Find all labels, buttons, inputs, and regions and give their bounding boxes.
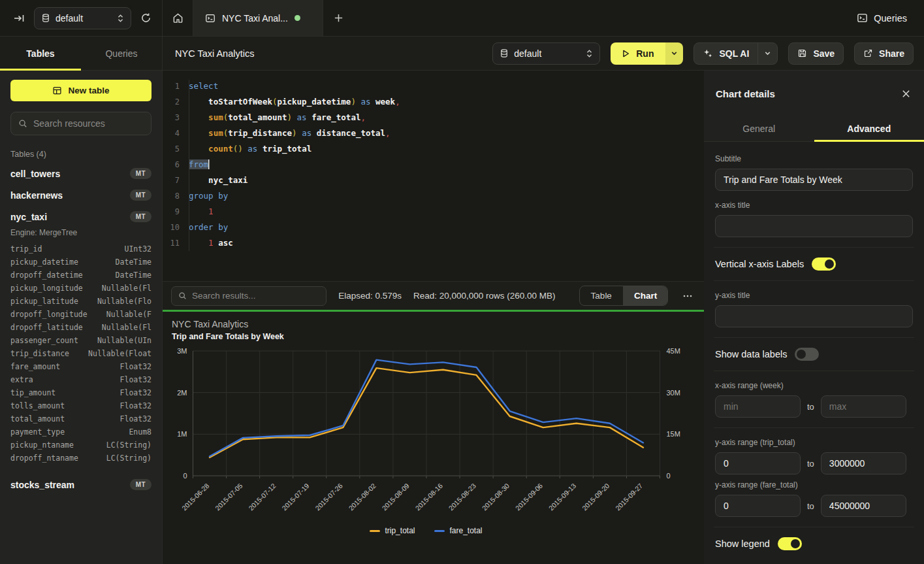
queries-button[interactable]: Queries [857, 12, 907, 24]
save-button[interactable]: Save [788, 42, 844, 65]
y-trip-max-input[interactable] [821, 452, 906, 474]
sql-ai-button[interactable]: SQL AI [693, 42, 778, 65]
view-toggle-chart[interactable]: Chart [623, 286, 668, 305]
save-label: Save [813, 48, 835, 59]
engine-badge: MT [130, 479, 151, 490]
close-icon[interactable] [901, 89, 911, 99]
run-options-caret[interactable] [665, 42, 683, 65]
sidebar-search-input[interactable] [33, 118, 144, 129]
run-label: Run [636, 48, 654, 59]
unsaved-changes-dot [295, 15, 300, 21]
run-button[interactable]: Run [611, 42, 683, 65]
y-axis-right-tick: 45M [667, 347, 680, 355]
column-type: Float32 [120, 386, 151, 399]
panel-tab-general[interactable]: General [704, 116, 814, 141]
code-text: toStartOfWeek(pickup_datetime) as week, [189, 94, 400, 110]
column-row: dropoff_datetimeDateTime [10, 269, 151, 282]
code-text: 1 asc [189, 235, 233, 251]
table-name: hackernews [10, 190, 63, 201]
content-area: New table Tables (4) cell_towers MT hack… [0, 71, 924, 564]
line-number: 10 [163, 220, 180, 235]
tab-nyc-taxi-analytics[interactable]: NYC Taxi Anal... [193, 0, 323, 36]
y-axis-title-input[interactable] [715, 305, 913, 327]
to-label: to [807, 459, 814, 469]
legend-label: fare_total [449, 526, 482, 535]
engine-badge: MT [130, 168, 151, 179]
subtitle-label: Subtitle [715, 154, 913, 163]
legend-item-trip_total[interactable]: trip_total [370, 526, 415, 535]
top-bar: default NYC Taxi Anal... [0, 0, 924, 37]
column-row: dropoff_longitudeNullable(F [10, 308, 151, 321]
app-window: default NYC Taxi Anal... [0, 0, 924, 564]
sparkles-icon [703, 48, 713, 59]
header-row: Tables Queries NYC Taxi Analytics defaul… [0, 37, 924, 71]
panel-tab-advanced[interactable]: Advanced [814, 116, 924, 141]
code-line: 9 1 [163, 204, 704, 220]
y-fare-max-input[interactable] [821, 495, 906, 517]
legend-swatch [434, 530, 445, 532]
legend-swatch [370, 530, 380, 532]
divider [714, 427, 914, 428]
column-type: Nullable(F [106, 308, 151, 321]
new-tab-button[interactable] [323, 0, 353, 36]
x-range-min-input[interactable] [715, 395, 801, 418]
code-text: order by [189, 220, 228, 235]
table-row-cell-towers[interactable]: cell_towers MT [10, 163, 151, 184]
more-options-icon[interactable] [680, 291, 695, 301]
view-toggle-table[interactable]: Table [580, 286, 623, 305]
sql-editor[interactable]: 1select2 toStartOfWeek(pickup_datetime) … [163, 71, 704, 281]
y-axis-title-label: y-axis title [715, 291, 913, 300]
y-axis-title-field-group: y-axis title [715, 291, 913, 327]
engine-badge: MT [130, 211, 151, 222]
column-row: tolls_amountFloat32 [10, 399, 151, 412]
topbar-left: default [0, 0, 163, 36]
table-icon [52, 86, 62, 95]
line-number: 3 [163, 110, 180, 125]
new-table-button[interactable]: New table [10, 80, 151, 101]
line-number: 5 [163, 141, 180, 157]
database-select[interactable]: default [34, 7, 131, 29]
sidebar-tab-queries[interactable]: Queries [81, 37, 162, 70]
sidebar-search[interactable] [10, 112, 151, 135]
x-axis-label: 2015-07-26 [313, 482, 344, 512]
table-row-hackernews[interactable]: hackernews MT [10, 184, 151, 206]
sidebar-tab-tables[interactable]: Tables [0, 37, 81, 70]
show-data-labels-label: Show data labels [715, 349, 787, 359]
column-type: LC(String) [106, 439, 151, 452]
panel-header: Chart details [704, 71, 924, 116]
run-database-select[interactable]: default [492, 42, 600, 65]
show-legend-toggle[interactable] [778, 537, 802, 550]
results-search-input[interactable] [192, 291, 319, 301]
y-axis-left-tick: 0 [183, 472, 187, 480]
tab-strip: NYC Taxi Anal... [163, 0, 857, 36]
sql-ai-caret[interactable] [757, 43, 777, 64]
share-button[interactable]: Share [854, 42, 914, 65]
chevron-updown-icon [117, 14, 124, 23]
collapse-sidebar-icon[interactable] [13, 12, 25, 24]
y-fare-min-input[interactable] [715, 495, 801, 517]
engine-badge: MT [130, 190, 151, 201]
y-axis-right-tick: 15M [667, 430, 680, 438]
column-name: total_amount [10, 412, 65, 425]
code-line: 4 sum(trip_distance) as distance_total, [163, 125, 704, 141]
results-search[interactable] [171, 286, 327, 306]
x-axis-label: 2015-08-23 [447, 482, 478, 512]
subtitle-input[interactable] [715, 169, 913, 191]
legend-item-fare_total[interactable]: fare_total [434, 526, 482, 535]
vertical-x-axis-labels-toggle[interactable] [812, 257, 836, 271]
show-data-labels-toggle[interactable] [795, 348, 819, 361]
code-text: group by [189, 188, 228, 204]
view-toggle: Table Chart [579, 286, 668, 306]
y-trip-min-input[interactable] [715, 452, 801, 474]
table-row-nyc-taxi[interactable]: nyc_taxi MT [10, 206, 151, 227]
refresh-icon[interactable] [140, 12, 151, 24]
home-button[interactable] [163, 0, 193, 36]
legend-label: trip_total [385, 526, 415, 535]
column-row: extraFloat32 [10, 373, 151, 386]
table-row-stocks-stream[interactable]: stocks_stream MT [10, 474, 151, 495]
column-row: trip_idUInt32 [10, 242, 151, 256]
chevron-updown-icon [586, 49, 593, 58]
x-axis-title-input[interactable] [715, 215, 913, 237]
x-range-max-input[interactable] [821, 395, 906, 418]
column-name: dropoff_longitude [10, 308, 88, 321]
